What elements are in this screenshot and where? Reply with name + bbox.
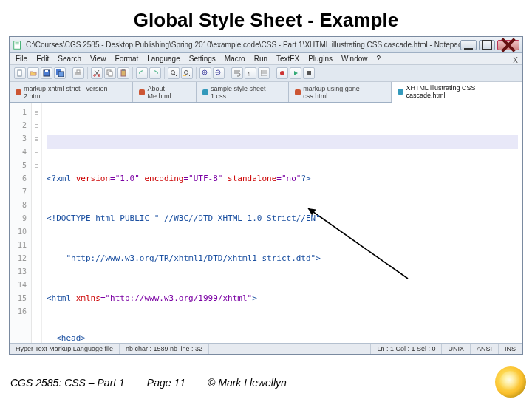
code-editor[interactable]: 1234 5678 9101112 13141516 ⊟ ⊟ ⊟⊟ ⊟ <?xm…: [10, 103, 522, 343]
footer-page: Page 11: [147, 377, 185, 389]
record-macro-icon[interactable]: [276, 67, 288, 79]
paste-icon[interactable]: [117, 67, 129, 79]
menu-format[interactable]: Format: [115, 55, 139, 63]
status-lang: Hyper Text Markup Language file: [10, 344, 120, 354]
svg-point-24: [280, 71, 284, 75]
svg-rect-3: [464, 48, 473, 50]
svg-rect-1: [16, 42, 19, 43]
saved-icon: [202, 89, 208, 95]
replace-icon[interactable]: [181, 67, 193, 79]
menu-settings[interactable]: Settings: [189, 55, 216, 63]
tab-label: sample style sheet 1.css: [211, 85, 282, 100]
indent-guide-icon[interactable]: [258, 67, 270, 79]
svg-point-12: [94, 75, 96, 77]
zoom-out-icon[interactable]: [213, 67, 225, 79]
svg-rect-7: [45, 70, 48, 72]
status-pos: Ln : 1 Col : 1 Sel : 0: [371, 344, 442, 354]
ucf-logo-icon: [495, 366, 526, 398]
tab-label: About Me.html: [147, 85, 190, 100]
menu-plugins[interactable]: Plugins: [308, 55, 332, 63]
menu-edit[interactable]: Edit: [36, 55, 49, 63]
tab-1[interactable]: About Me.html: [133, 82, 197, 102]
svg-rect-17: [122, 69, 125, 71]
svg-rect-20: [183, 75, 186, 76]
modified-icon: [295, 89, 301, 95]
svg-rect-2: [16, 44, 19, 44]
find-icon[interactable]: [168, 67, 180, 79]
svg-point-18: [171, 71, 175, 75]
menu-macro[interactable]: Macro: [225, 55, 245, 63]
modified-icon: [139, 89, 145, 95]
minimize-button[interactable]: [460, 40, 477, 50]
save-all-icon[interactable]: [54, 67, 66, 79]
line-numbers: 1234 5678 9101112 13141516: [10, 103, 32, 343]
menu-search[interactable]: Search: [58, 55, 81, 63]
cut-icon[interactable]: [91, 67, 103, 79]
titlebar: C:\Courses\CGS 2585 - Desktop Publishing…: [10, 37, 522, 53]
open-file-icon[interactable]: [27, 67, 39, 79]
footer-course: CGS 2585: CSS – Part 1: [10, 377, 125, 389]
svg-rect-5: [18, 70, 21, 76]
redo-icon[interactable]: [149, 67, 161, 79]
tab-2[interactable]: sample style sheet 1.css: [197, 82, 289, 102]
current-line-highlight: [47, 135, 518, 149]
status-enc: ANSI: [471, 344, 499, 354]
tab-0[interactable]: markup-xhtml-strict - version 2.html: [10, 82, 133, 102]
fold-column: ⊟ ⊟ ⊟⊟ ⊟: [32, 103, 42, 343]
svg-rect-9: [58, 72, 64, 77]
toolbar: ¶: [10, 65, 522, 82]
menu-help[interactable]: ?: [377, 55, 381, 63]
tab-label: markup using gone css.html: [303, 85, 385, 100]
menu-textfx[interactable]: TextFX: [276, 55, 299, 63]
status-ins: INS: [499, 344, 522, 354]
tabbar: markup-xhtml-strict - version 2.html Abo…: [10, 82, 522, 103]
copy-icon[interactable]: [104, 67, 116, 79]
svg-point-19: [185, 71, 188, 75]
svg-rect-15: [109, 72, 112, 76]
play-macro-icon[interactable]: [290, 67, 301, 79]
svg-rect-0: [14, 41, 21, 49]
status-eol: UNIX: [442, 344, 471, 354]
tab-4[interactable]: XHTML illustrating CSS cascade.html: [392, 82, 522, 103]
menubar: File Edit Search View Format Language Se…: [10, 53, 522, 65]
modified-icon: [16, 89, 21, 95]
svg-rect-25: [307, 71, 311, 75]
svg-rect-4: [482, 41, 491, 50]
statusbar: Hyper Text Markup Language file nb char …: [10, 343, 522, 354]
panel-close-icon[interactable]: X: [513, 56, 518, 64]
app-icon: [13, 40, 23, 50]
slide-footer: CGS 2585: CSS – Part 1 Page 11 © Mark Ll…: [0, 366, 532, 399]
menu-view[interactable]: View: [90, 55, 106, 63]
maximize-button[interactable]: [479, 40, 495, 50]
menu-language[interactable]: Language: [147, 55, 180, 63]
tab-label: markup-xhtml-strict - version 2.html: [24, 85, 127, 100]
close-button[interactable]: [497, 40, 519, 50]
footer-copyright: © Mark Llewellyn: [208, 377, 287, 389]
code-area[interactable]: <?xml version="1.0" encoding="UTF-8" sta…: [42, 103, 522, 343]
slide-title: Global Style Sheet - Example: [0, 0, 532, 36]
show-chars-icon[interactable]: ¶: [245, 67, 256, 79]
window-title: C:\Courses\CGS 2585 - Desktop Publishing…: [26, 41, 460, 49]
new-file-icon[interactable]: [14, 67, 26, 79]
menu-run[interactable]: Run: [254, 55, 267, 63]
menu-file[interactable]: File: [16, 55, 27, 63]
tab-3[interactable]: markup using gone css.html: [289, 82, 392, 102]
tab-label: XHTML illustrating CSS cascade.html: [406, 84, 516, 99]
zoom-in-icon[interactable]: [200, 67, 211, 79]
svg-point-13: [98, 75, 100, 77]
undo-icon[interactable]: [136, 67, 148, 79]
stop-macro-icon[interactable]: [303, 67, 315, 79]
saved-icon: [398, 89, 403, 95]
menu-window[interactable]: Window: [341, 55, 368, 63]
status-chars: nb char : 1589 nb line : 32: [120, 344, 209, 354]
svg-text:¶: ¶: [248, 70, 250, 77]
notepad-window: C:\Courses\CGS 2585 - Desktop Publishing…: [9, 36, 523, 355]
wrap-icon[interactable]: [231, 67, 243, 79]
save-icon[interactable]: [41, 67, 52, 79]
svg-rect-11: [77, 70, 80, 72]
svg-rect-16: [121, 70, 126, 76]
print-icon[interactable]: [72, 67, 84, 79]
